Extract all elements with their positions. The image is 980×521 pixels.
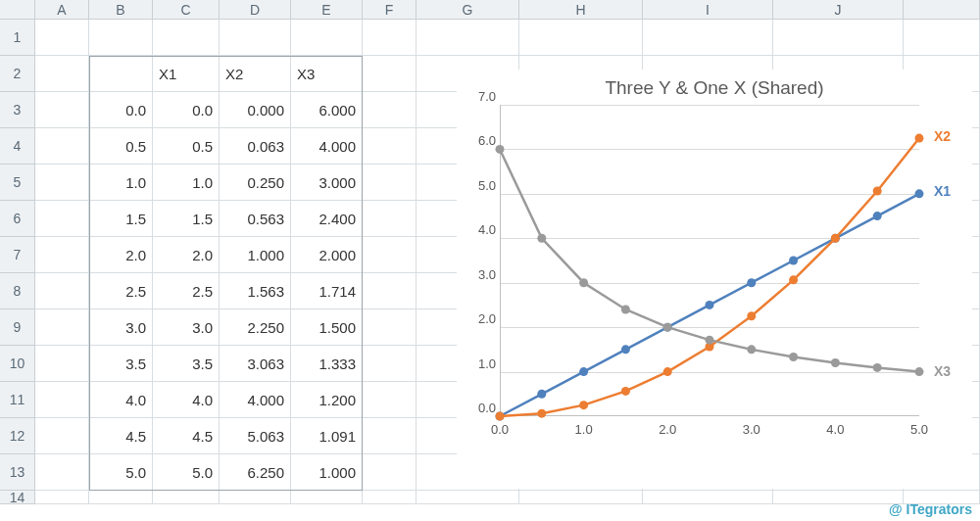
cell-J14[interactable] [773,491,904,504]
col-header-J[interactable]: J [773,0,904,20]
cell-D10[interactable]: 3.063 [220,346,291,382]
cell-D4[interactable]: 0.063 [220,128,291,165]
cell-B11[interactable]: 4.0 [89,382,153,418]
col-header-H[interactable]: H [519,0,643,20]
row-header-2[interactable]: 2 [0,56,35,92]
col-header-E[interactable]: E [291,0,363,20]
row-header-1[interactable]: 1 [0,20,35,56]
cell-B2[interactable] [89,56,153,92]
cell-C1[interactable] [153,20,220,56]
row-header-13[interactable]: 13 [0,454,35,491]
cell-B8[interactable]: 2.5 [89,273,153,309]
cell-E13[interactable]: 1.000 [291,454,363,491]
cell-E6[interactable]: 2.400 [291,201,363,237]
cell-A6[interactable] [35,201,89,237]
row-header-7[interactable]: 7 [0,237,35,273]
cell-A8[interactable] [35,273,89,309]
cell-A4[interactable] [35,128,89,165]
cell-B1[interactable] [89,20,153,56]
cell-G14[interactable] [416,491,519,504]
cell-B9[interactable]: 3.0 [89,309,153,346]
row-header-5[interactable]: 5 [0,165,35,201]
cell-C4[interactable]: 0.5 [153,128,220,165]
cell-F9[interactable] [363,309,416,346]
cell-D6[interactable]: 0.563 [220,201,291,237]
cell-D3[interactable]: 0.000 [220,92,291,128]
cell-B3[interactable]: 0.0 [89,92,153,128]
cell-A14[interactable] [35,491,89,504]
cell-E4[interactable]: 4.000 [291,128,363,165]
cell-G1[interactable] [416,20,519,56]
cell-C6[interactable]: 1.5 [153,201,220,237]
cell-B5[interactable]: 1.0 [89,165,153,201]
col-header-I[interactable]: I [643,0,773,20]
col-header-D[interactable]: D [220,0,291,20]
cell-A12[interactable] [35,418,89,454]
cell-D5[interactable]: 0.250 [220,165,291,201]
cell-B14[interactable] [89,491,153,504]
cell-A11[interactable] [35,382,89,418]
cell-B12[interactable]: 4.5 [89,418,153,454]
row-header-9[interactable]: 9 [0,309,35,346]
cell-A13[interactable] [35,454,89,491]
selectall-corner[interactable] [0,0,35,20]
cell-A2[interactable] [35,56,89,92]
cell-E10[interactable]: 1.333 [291,346,363,382]
cell-E14[interactable] [291,491,363,504]
cell-D9[interactable]: 2.250 [220,309,291,346]
cell-C11[interactable]: 4.0 [153,382,220,418]
cell-F2[interactable] [363,56,416,92]
cell-C10[interactable]: 3.5 [153,346,220,382]
cell-E12[interactable]: 1.091 [291,418,363,454]
col-header-F[interactable]: F [363,0,416,20]
cell-D1[interactable] [220,20,291,56]
cell-F4[interactable] [363,128,416,165]
cell-F7[interactable] [363,237,416,273]
cell-F10[interactable] [363,346,416,382]
row-header-14[interactable]: 14 [0,491,35,504]
cell-D13[interactable]: 6.250 [220,454,291,491]
cell-E5[interactable]: 3.000 [291,165,363,201]
cell-F13[interactable] [363,454,416,491]
spreadsheet-view[interactable]: A B C D E F G H I J 1 2 3 4 5 6 7 8 9 10… [0,0,980,521]
cell-F3[interactable] [363,92,416,128]
cell-A1[interactable] [35,20,89,56]
cell-B7[interactable]: 2.0 [89,237,153,273]
cell-C12[interactable]: 4.5 [153,418,220,454]
cell-H1[interactable] [519,20,643,56]
cell-F8[interactable] [363,273,416,309]
cell-C7[interactable]: 2.0 [153,237,220,273]
cell-C8[interactable]: 2.5 [153,273,220,309]
cell-J1[interactable] [773,20,904,56]
cell-D11[interactable]: 4.000 [220,382,291,418]
cell-D2[interactable]: X2 [220,56,291,92]
row-header-8[interactable]: 8 [0,273,35,309]
row-header-11[interactable]: 11 [0,382,35,418]
row-header-6[interactable]: 6 [0,201,35,237]
cell-C3[interactable]: 0.0 [153,92,220,128]
col-header-B[interactable]: B [89,0,153,20]
cell-C2[interactable]: X1 [153,56,220,92]
cell-A5[interactable] [35,165,89,201]
cell-A3[interactable] [35,92,89,128]
cell-B6[interactable]: 1.5 [89,201,153,237]
cell-A7[interactable] [35,237,89,273]
cell-E7[interactable]: 2.000 [291,237,363,273]
cell-E11[interactable]: 1.200 [291,382,363,418]
row-header-3[interactable]: 3 [0,92,35,128]
embedded-chart[interactable]: Three Y & One X (Shared) 0.01.02.03.04.0… [457,70,972,489]
cell-D14[interactable] [220,491,291,504]
col-header-C[interactable]: C [153,0,220,20]
cell-C13[interactable]: 5.0 [153,454,220,491]
cell-I1[interactable] [643,20,773,56]
cell-C9[interactable]: 3.0 [153,309,220,346]
row-header-10[interactable]: 10 [0,346,35,382]
cell-E8[interactable]: 1.714 [291,273,363,309]
cell-F1[interactable] [363,20,416,56]
cell-D7[interactable]: 1.000 [220,237,291,273]
row-header-4[interactable]: 4 [0,128,35,165]
cell-A10[interactable] [35,346,89,382]
cell-D12[interactable]: 5.063 [220,418,291,454]
cell-F11[interactable] [363,382,416,418]
cell-E2[interactable]: X3 [291,56,363,92]
